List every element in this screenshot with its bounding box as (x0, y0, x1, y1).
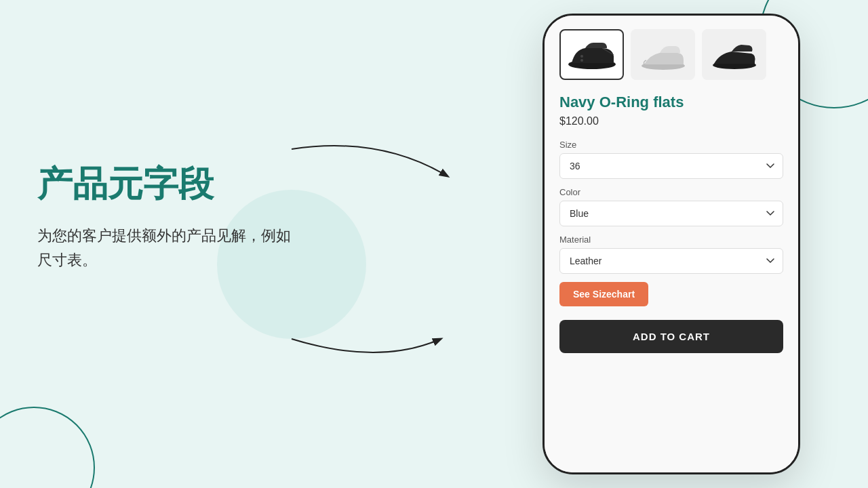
product-image-thumb-1[interactable] (559, 29, 624, 80)
size-field-group: Size 36 35 37 38 39 40 (559, 140, 783, 179)
product-price: $120.00 (559, 115, 783, 127)
svg-point-3 (580, 55, 583, 58)
decorative-circle-bottom-left (0, 407, 95, 488)
material-select[interactable]: Leather Synthetic Canvas Mesh (559, 248, 783, 274)
phone-frame: Navy O-Ring flats $120.00 Size 36 35 37 … (542, 14, 800, 474)
product-image-thumb-2[interactable] (631, 29, 695, 80)
material-label: Material (559, 235, 783, 245)
phone-mockup: Navy O-Ring flats $120.00 Size 36 35 37 … (542, 14, 800, 474)
product-title: Navy O-Ring flats (559, 94, 783, 111)
color-field-group: Color Blue Black White Red (559, 187, 783, 226)
material-field-group: Material Leather Synthetic Canvas Mesh (559, 235, 783, 274)
product-image-thumb-3[interactable] (702, 29, 766, 80)
main-title: 产品元字段 (37, 163, 424, 205)
phone-content: Navy O-Ring flats $120.00 Size 36 35 37 … (545, 16, 798, 472)
size-label: Size (559, 140, 783, 150)
color-label: Color (559, 187, 783, 197)
left-section: 产品元字段 为您的客户提供额外的产品见解，例如尺寸表。 (37, 163, 424, 272)
size-select[interactable]: 36 35 37 38 39 40 (559, 153, 783, 179)
color-select[interactable]: Blue Black White Red (559, 201, 783, 226)
sub-text: 为您的客户提供额外的产品见解，例如尺寸表。 (37, 224, 295, 271)
product-images-row (559, 29, 783, 80)
see-sizechart-button[interactable]: See Sizechart (559, 282, 648, 306)
add-to-cart-button[interactable]: ADD TO CART (559, 320, 783, 353)
svg-point-4 (580, 59, 583, 62)
